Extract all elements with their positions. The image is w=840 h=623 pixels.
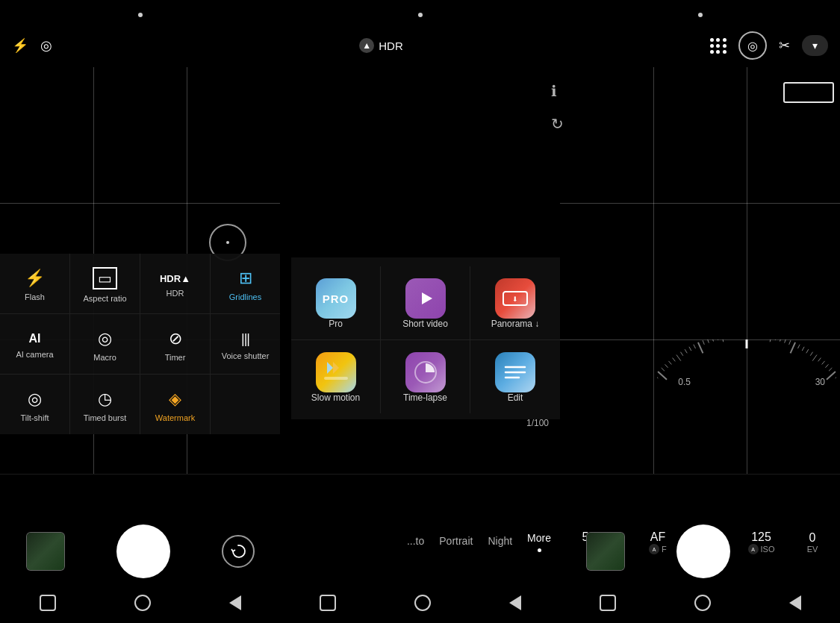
ai-camera-label: AI camera [16,350,53,359]
circle-mode-icon[interactable]: ◎ [738,31,767,60]
hdr-setting-label: HDR [167,289,184,298]
shutter-area-right [560,525,840,578]
shutter-button-right[interactable] [676,525,730,578]
settings-item-voice-shutter[interactable]: ||| Voice shutter [211,314,280,374]
tilt-shift-icon: ◎ [28,389,42,409]
mode-panel: PRO Pro Short video ⬇ Panorama ↓ [291,257,560,419]
gridlines-label: Gridlines [229,292,261,301]
slow-motion-label: Slow motion [311,392,360,403]
settings-row-1: ⚡ Flash ▭ Aspect ratio HDR▲ HDR ⊞ Gridli… [0,254,280,314]
mode-item-pro[interactable]: PRO Pro [291,266,381,340]
status-dot-1 [138,13,143,17]
mode-tabs: ...to Portrait Night More [280,529,560,552]
side-icons: ℹ ↻ [551,82,564,133]
hdr-label: HDR [379,40,403,52]
svg-text:⬇: ⬇ [512,295,518,303]
tab-portrait[interactable]: Portrait [439,532,473,550]
nav-square-1[interactable] [40,595,56,611]
short-video-icon [405,278,446,319]
edit-label: Edit [508,392,523,403]
mode-item-timelapse[interactable]: Time-lapse [381,340,470,413]
tilt-shift-label: Tilt-shift [20,413,49,422]
nav-triangle-1[interactable] [229,595,241,610]
tab-more-container: More [527,529,551,552]
mode-grid: PRO Pro Short video ⬇ Panorama ↓ [291,266,560,413]
mode-item-short-video[interactable]: Short video [381,266,470,340]
aspect-ratio-icon: ▭ [93,267,117,289]
macro-icon: ◎ [98,329,112,348]
flash-icon[interactable]: ⚡ [12,37,28,54]
settings-row-3: ◎ Tilt-shift ◷ Timed burst ◈ Watermark [0,375,280,434]
settings-item-watermark[interactable]: ◈ Watermark [140,375,211,434]
header-left: ⚡ ◎ [12,37,52,54]
svg-marker-0 [422,292,432,304]
timed-burst-icon: ◷ [98,389,112,409]
nav-triangle-2[interactable] [509,595,521,610]
header-center: ▲ HDR [349,34,414,57]
macro-label: Macro [93,353,116,362]
exposure-indicator [783,82,834,103]
apps-icon[interactable] [710,38,727,54]
mode-item-slow-motion[interactable]: Slow motion [291,340,381,413]
status-dot-3 [698,13,703,17]
down-arrow-button[interactable]: ▾ [802,35,828,56]
nav-square-2[interactable] [320,595,336,611]
timed-burst-label: Timed burst [84,413,127,422]
settings-item-timed-burst[interactable]: ◷ Timed burst [70,375,140,434]
gridlines-icon: ⊞ [239,269,252,288]
svg-marker-3 [327,362,333,374]
camera-mode-icon[interactable]: ◎ [40,37,52,54]
tab-auto[interactable]: ...to [407,532,424,550]
gallery-thumbnail-left[interactable] [26,532,65,571]
bottom-nav [0,582,840,623]
flash-setting-icon: ⚡ [25,269,45,288]
dial-label-05: 0.5 [678,377,691,387]
settings-item-aspect-ratio[interactable]: ▭ Aspect ratio [70,254,140,313]
gallery-thumb-img [27,533,64,570]
scissors-icon[interactable]: ✂ [779,37,790,54]
settings-item-ai-camera[interactable]: AI AI camera [0,314,70,374]
edit-icon [495,352,535,392]
mode-item-edit[interactable]: Edit [470,340,560,413]
nav-triangle-3[interactable] [789,595,801,610]
settings-panel: ⚡ Flash ▭ Aspect ratio HDR▲ HDR ⊞ Gridli… [0,254,280,434]
settings-item-flash[interactable]: ⚡ Flash [0,254,70,313]
panorama-icon: ⬇ [495,278,535,319]
hdr-setting-icon: HDR▲ [160,273,190,284]
gallery-thumb-img-right [587,533,624,570]
timelapse-icon [405,352,446,392]
voice-shutter-icon: ||| [241,331,249,347]
nav-circle-2[interactable] [414,595,431,611]
status-dot-2 [418,13,423,17]
rotate-camera-button-left[interactable] [222,535,255,568]
nav-circle-1[interactable] [134,595,151,611]
info-icon[interactable]: ℹ [551,82,564,100]
rotate-icon[interactable]: ↻ [551,115,564,133]
shutter-area-left [0,525,280,578]
flash-setting-label: Flash [25,292,45,301]
dial-label-1100: 1/100 [526,418,549,428]
voice-shutter-label: Voice shutter [222,351,270,360]
status-bar [0,13,840,17]
settings-item-timer[interactable]: ⊘ Timer [140,314,211,374]
active-tab-dot [538,548,541,552]
tab-night[interactable]: Night [488,532,512,550]
mode-item-panorama[interactable]: ⬇ Panorama ↓ [470,266,560,340]
tab-more[interactable]: More [527,529,551,547]
settings-item-tilt-shift[interactable]: ◎ Tilt-shift [0,375,70,434]
panorama-label: Panorama ↓ [491,319,540,329]
aspect-ratio-label: Aspect ratio [83,294,126,303]
slow-motion-icon [316,352,356,392]
settings-item-macro[interactable]: ◎ Macro [70,314,140,374]
nav-square-3[interactable] [600,595,616,611]
header-bar: ⚡ ◎ ▲ HDR ◎ ✂ ▾ [0,31,840,60]
settings-item-gridlines[interactable]: ⊞ Gridlines [211,254,280,313]
nav-circle-3[interactable] [694,595,711,611]
gallery-thumbnail-right[interactable] [586,532,625,571]
hdr-badge[interactable]: ▲ HDR [349,34,414,57]
pro-icon: PRO [316,278,356,319]
watermark-icon: ◈ [169,389,181,409]
shutter-button-left[interactable] [116,525,170,578]
short-video-label: Short video [402,319,448,329]
settings-item-hdr[interactable]: HDR▲ HDR [140,254,211,313]
